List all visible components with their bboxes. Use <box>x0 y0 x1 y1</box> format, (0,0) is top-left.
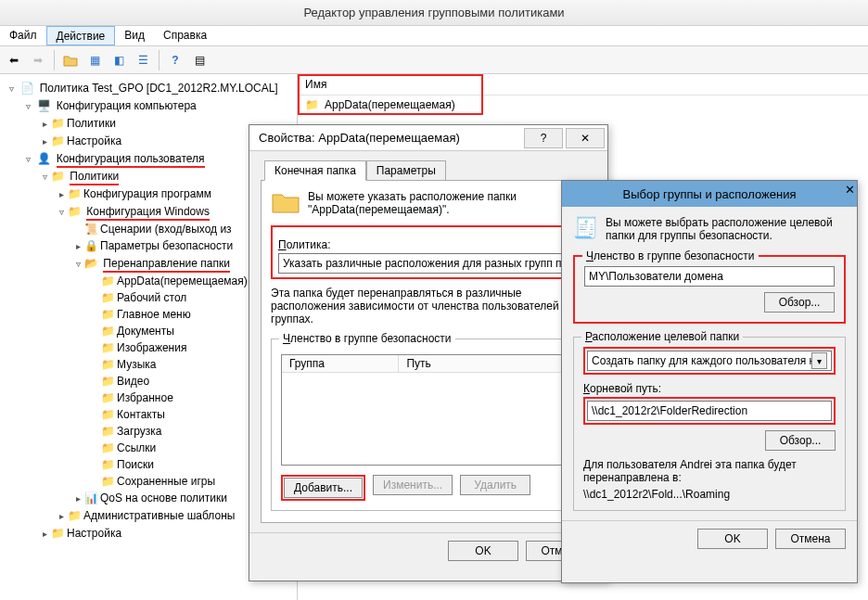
tree-documents[interactable]: Документы <box>117 325 174 338</box>
root-path-label: Корневой путь: <box>583 382 836 395</box>
tree-secparams[interactable]: Параметры безопасности <box>100 239 233 252</box>
delete-button[interactable]: Удалить <box>460 475 530 495</box>
root-path-input[interactable] <box>587 401 832 421</box>
col-path[interactable]: Путь <box>399 355 575 372</box>
tree-user-conf[interactable]: Конфигурация пользователя <box>57 152 205 168</box>
props-icon[interactable]: ▤ <box>189 50 210 70</box>
tree-contacts[interactable]: Контакты <box>117 408 165 421</box>
folder-redir-icon: 📂 <box>83 255 98 272</box>
grid-icon[interactable]: ▦ <box>84 50 105 70</box>
menu-help[interactable]: Справка <box>154 26 216 45</box>
group-input[interactable] <box>584 266 835 287</box>
policy-combo[interactable]: Указать различные расположения для разны… <box>278 253 579 274</box>
browse-button[interactable]: Обзор... <box>764 292 835 313</box>
group-listbox[interactable]: Группа Путь <box>281 354 576 466</box>
tree-policies[interactable]: Политики <box>67 117 116 130</box>
folder-icon: 📁 <box>50 133 65 149</box>
tree-comp-conf[interactable]: Конфигурация компьютера <box>57 99 197 112</box>
tree-settings[interactable]: Настройка <box>67 134 121 147</box>
dialog-title: Свойства: AppData(перемещаемая) <box>249 131 524 145</box>
list-row-appdata[interactable]: 📁 AppData(перемещаемая) <box>298 96 868 114</box>
tree-pictures[interactable]: Изображения <box>117 341 186 354</box>
tab-target[interactable]: Конечная папка <box>264 160 366 181</box>
tree-downloads[interactable]: Загрузка <box>117 425 162 438</box>
tree-winconf[interactable]: Конфигурация Windows <box>86 205 210 221</box>
folder-icon: 📁 <box>50 168 65 185</box>
browse2-button[interactable]: Обзор... <box>765 430 836 451</box>
menu-file[interactable]: Файл <box>0 26 46 45</box>
tree-music[interactable]: Музыка <box>117 358 156 371</box>
picker-hint: Вы можете выбрать расположение целевой п… <box>606 216 846 242</box>
help-icon[interactable]: ? <box>165 50 185 70</box>
picker-dialog: Выбор группы и расположения ✕ 🧾 Вы может… <box>561 180 858 583</box>
qos-icon: 📊 <box>83 490 98 506</box>
tree-links[interactable]: Ссылки <box>117 441 156 454</box>
picker-titlebar: Выбор группы и расположения ✕ <box>562 181 857 207</box>
close-button[interactable]: ✕ <box>566 128 605 148</box>
list-icon[interactable]: ☰ <box>133 50 153 70</box>
tree-policies2[interactable]: Политики <box>70 170 119 185</box>
tab-params[interactable]: Параметры <box>366 160 446 181</box>
folder-big-icon <box>271 190 300 214</box>
tree-root[interactable]: Политика Test_GPO [DC1_2012R2.MY.LOCAL] <box>40 82 278 95</box>
tree-folderredir[interactable]: Перенаправление папки <box>103 257 230 273</box>
toolbar: ⬅ ➡ ▦ ◧ ☰ ? ▤ <box>0 46 868 74</box>
menu-view[interactable]: Вид <box>115 26 154 45</box>
menu-action[interactable]: Действие <box>46 26 116 45</box>
tree-admtmpl[interactable]: Административные шаблоны <box>83 509 235 522</box>
group-membership-box: Членство в группе безопасности Обзор... <box>573 255 846 324</box>
folder-icon: 📁 <box>67 507 82 524</box>
properties-dialog: Свойства: AppData(перемещаемая) ? ✕ Коне… <box>249 124 608 581</box>
close-button[interactable]: ✕ <box>845 183 855 197</box>
folder-icon: 📁 <box>100 440 115 456</box>
list-header-name[interactable]: Имя <box>298 74 868 96</box>
ok-button[interactable]: OK <box>448 541 518 561</box>
hint-text: Вы можете указать расположение папки "Ap… <box>308 190 517 216</box>
tree-startmenu[interactable]: Главное меню <box>117 308 191 321</box>
tree-savedgames[interactable]: Сохраненные игры <box>117 475 215 488</box>
scripts-icon: 📜 <box>83 221 98 237</box>
edit-button[interactable]: Изменить... <box>373 475 453 495</box>
menubar: Файл Действие Вид Справка <box>0 26 868 46</box>
forward-icon[interactable]: ➡ <box>28 50 48 70</box>
tree-searches[interactable]: Поиски <box>117 458 154 471</box>
list-row-label: AppData(перемещаемая) <box>325 98 455 111</box>
group-membership-box: Членство в группе безопасности Группа Пу… <box>271 338 586 511</box>
tree-video[interactable]: Видео <box>117 375 149 388</box>
folder-icon: 📁 <box>305 98 319 111</box>
folder-icon: 📁 <box>100 389 115 406</box>
note-text: Эта папка будет перенаправляться в разли… <box>271 287 586 326</box>
tree-progconf[interactable]: Конфигурация программ <box>83 187 211 200</box>
result-path: \\dc1_2012r2\Fold...\Roaming <box>583 488 836 501</box>
tree-desktop[interactable]: Рабочий стол <box>117 291 186 304</box>
policy-label: ППолитика:олитика: <box>278 238 579 251</box>
folder-icon: 📁 <box>100 356 115 373</box>
group-legend: Членство в группе безопасности <box>279 332 455 345</box>
ok-button[interactable]: OK <box>697 529 768 549</box>
policy-icon: 📄 <box>19 80 34 96</box>
folder-icon: 📁 <box>50 525 65 542</box>
cancel-button[interactable]: Отмена <box>775 529 846 549</box>
group-icon: 🧾 <box>573 216 598 242</box>
security-icon: 🔒 <box>83 237 98 254</box>
window-title-text: Редактор управления групповыми политикам… <box>303 6 564 19</box>
tree-appdata[interactable]: AppData(перемещаемая) <box>117 274 248 287</box>
back-icon[interactable]: ⬅ <box>4 50 24 70</box>
tree-settings2[interactable]: Настройка <box>67 527 121 540</box>
folder-icon: 📁 <box>67 203 82 220</box>
help-button[interactable]: ? <box>524 128 563 148</box>
target-combo-value: Создать папку для каждого пользователя н… <box>592 354 811 367</box>
folder-icon: 📁 <box>100 323 115 339</box>
panel-icon[interactable]: ◧ <box>108 50 129 70</box>
tree-scripts[interactable]: Сценарии (вход/выход из <box>100 223 232 236</box>
tree-qos[interactable]: QoS на основе политики <box>100 491 227 504</box>
folder-up-icon[interactable] <box>60 50 81 70</box>
target-combo[interactable]: Создать папку для каждого пользователя н… <box>587 351 832 371</box>
folder-icon: 📁 <box>100 423 115 440</box>
add-button[interactable]: Добавить... <box>284 478 363 498</box>
folder-icon: 📁 <box>100 373 115 389</box>
col-group[interactable]: Группа <box>282 355 399 372</box>
tree-favorites[interactable]: Избранное <box>117 391 173 404</box>
chevron-down-icon[interactable]: ▾ <box>811 352 827 369</box>
tab-panel: Вы можете указать расположение папки "Ap… <box>261 180 596 523</box>
